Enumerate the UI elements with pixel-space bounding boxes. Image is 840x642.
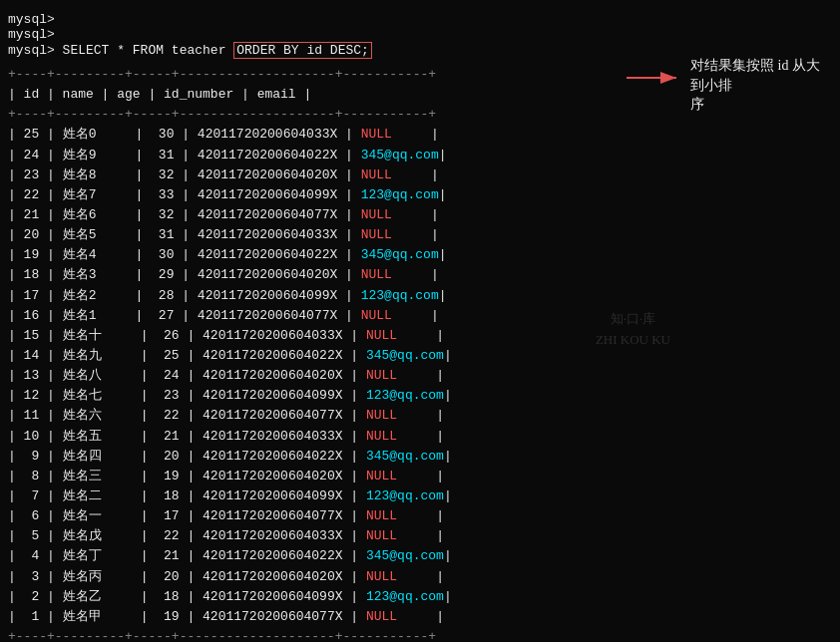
table-row: | 24 | 姓名9 | 31 | 42011720200604022X | 3… xyxy=(8,146,832,165)
table-row: | 21 | 姓名6 | 32 | 42011720200604077X | N… xyxy=(8,205,832,225)
arrow-container xyxy=(627,64,686,96)
table-row: | 15 | 姓名十 | 26 | 42011720200604033X | N… xyxy=(8,326,832,346)
sql-prefix: mysql> xyxy=(8,43,63,58)
prompt-2: mysql> xyxy=(8,27,832,42)
table-row: | 19 | 姓名4 | 30 | 42011720200604022X | 3… xyxy=(8,245,832,265)
table-row: | 12 | 姓名七 | 23 | 42011720200604099X | 1… xyxy=(8,386,832,406)
table-row: | 7 | 姓名二 | 18 | 42011720200604099X | 12… xyxy=(8,486,832,506)
table-row: | 17 | 姓名2 | 28 | 42011720200604099X | 1… xyxy=(8,286,832,306)
table-row: | 16 | 姓名1 | 27 | 42011720200604077X | N… xyxy=(8,306,832,326)
table-row: | 22 | 姓名7 | 33 | 42011720200604099X | 1… xyxy=(8,185,832,205)
annotation: 对结果集按照 id 从大到小排序 xyxy=(627,56,830,115)
bottom-separator: +----+---------+-----+------------------… xyxy=(8,627,832,642)
table-row: | 20 | 姓名5 | 31 | 42011720200604033X | N… xyxy=(8,225,832,245)
table-row: | 13 | 姓名八 | 24 | 42011720200604020X | N… xyxy=(8,366,832,386)
table-row: | 9 | 姓名四 | 20 | 42011720200604022X | 34… xyxy=(8,447,832,467)
table-output: +----+---------+-----+------------------… xyxy=(0,63,840,642)
prompt-1: mysql> xyxy=(8,12,832,27)
table-row: | 2 | 姓名乙 | 18 | 42011720200604099X | 12… xyxy=(8,587,832,607)
terminal: mysql> mysql> mysql> SELECT * FROM teach… xyxy=(0,8,840,63)
table-row: | 3 | 姓名丙 | 20 | 42011720200604020X | NU… xyxy=(8,567,832,587)
sql-highlight: ORDER BY id DESC; xyxy=(233,42,372,59)
table-rows: | 25 | 姓名0 | 30 | 42011720200604033X | N… xyxy=(8,125,832,627)
sql-before-highlight: SELECT * FROM teacher xyxy=(63,43,234,58)
table-row: | 5 | 姓名戊 | 22 | 42011720200604033X | NU… xyxy=(8,526,832,546)
table-row: | 14 | 姓名九 | 25 | 42011720200604022X | 3… xyxy=(8,346,832,366)
annotation-text: 对结果集按照 id 从大到小排序 xyxy=(690,56,830,115)
table-row: | 18 | 姓名3 | 29 | 42011720200604020X | N… xyxy=(8,265,832,285)
table-row: | 25 | 姓名0 | 30 | 42011720200604033X | N… xyxy=(8,125,832,145)
table-row: | 1 | 姓名甲 | 19 | 42011720200604077X | NU… xyxy=(8,607,832,627)
arrow-icon xyxy=(627,64,686,92)
table-row: | 10 | 姓名五 | 21 | 42011720200604033X | N… xyxy=(8,427,832,447)
table-row: | 8 | 姓名三 | 19 | 42011720200604020X | NU… xyxy=(8,467,832,486)
table-row: | 11 | 姓名六 | 22 | 42011720200604077X | N… xyxy=(8,406,832,426)
table-row: | 6 | 姓名一 | 17 | 42011720200604077X | NU… xyxy=(8,506,832,526)
table-row: | 23 | 姓名8 | 32 | 42011720200604020X | N… xyxy=(8,165,832,185)
table-row: | 4 | 姓名丁 | 21 | 42011720200604022X | 34… xyxy=(8,546,832,566)
